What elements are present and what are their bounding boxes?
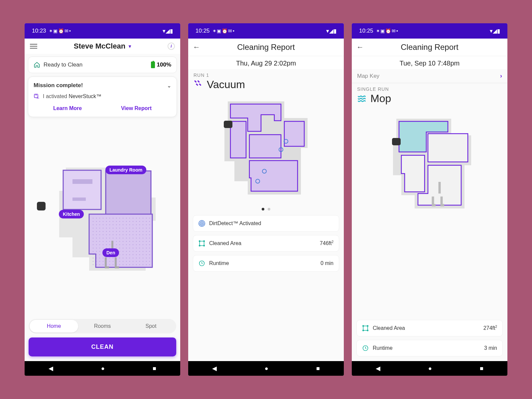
chevron-down-icon: ▾: [129, 44, 131, 49]
status-text: Ready to Clean: [44, 62, 148, 68]
dirtdetect-icon: [199, 220, 205, 227]
status-time: 10:25: [359, 28, 373, 34]
tab-home[interactable]: Home: [30, 320, 78, 332]
svg-point-19: [199, 241, 200, 242]
runtime-value: 3 min: [484, 345, 497, 351]
nav-home-icon[interactable]: ●: [265, 365, 268, 372]
run-number-label: RUN 1: [188, 69, 344, 78]
nav-back-icon[interactable]: ◀: [49, 365, 53, 372]
mission-complete-card[interactable]: Mission complete! ⌄ I activated NeverStu…: [28, 76, 177, 117]
svg-point-28: [363, 330, 364, 331]
battery-icon: [151, 62, 155, 68]
status-net-batt: ▾◢▮: [163, 28, 173, 35]
mop-map-svg: [378, 109, 481, 215]
cleaned-area-value: 274ft2: [483, 325, 497, 331]
status-card: Ready to Clean 100%: [28, 57, 177, 73]
robot-location-icon: [37, 202, 46, 210]
android-nav-bar: ◀ ● ■: [188, 361, 344, 376]
svg-rect-25: [363, 326, 367, 330]
svg-rect-8: [196, 83, 198, 85]
battery-pct: 100%: [157, 62, 171, 68]
dirtdetect-card: DirtDetect™ Activated: [193, 215, 339, 232]
room-tag-laundry[interactable]: Laundry Room: [105, 166, 146, 174]
chevron-right-icon: ›: [500, 72, 502, 79]
svg-point-27: [367, 326, 368, 327]
vacuum-map[interactable]: [188, 93, 344, 204]
view-report-link[interactable]: View Report: [121, 105, 152, 111]
svg-rect-9: [199, 83, 201, 85]
nav-back-icon[interactable]: ◀: [376, 365, 380, 372]
mop-icon: [357, 94, 366, 103]
android-nav-bar: ◀ ● ■: [352, 361, 507, 376]
nav-recents-icon[interactable]: ■: [480, 365, 483, 372]
learn-more-link[interactable]: Learn More: [53, 105, 82, 111]
clean-button[interactable]: CLEAN: [29, 337, 176, 356]
vacuum-map-svg: [214, 95, 318, 201]
mission-title: Mission complete!: [34, 82, 83, 89]
map-key-row[interactable]: Map Key ›: [352, 69, 507, 83]
status-notif-icons: ✶ ▣ ⏰ ✉ •: [49, 28, 70, 34]
page-title: Cleaning Report: [356, 43, 503, 52]
area-icon: [362, 325, 369, 332]
mop-map[interactable]: [352, 107, 507, 218]
nav-recents-icon[interactable]: ■: [153, 365, 156, 372]
nav-home-icon[interactable]: ●: [101, 365, 105, 372]
svg-rect-3: [72, 198, 86, 201]
home-icon: [34, 62, 40, 68]
android-status-bar: 10:23 ✶ ▣ ⏰ ✉ • ▾◢▮: [25, 23, 180, 39]
room-tag-kitchen[interactable]: Kitchen: [59, 210, 84, 218]
status-net-batt: ▾◢▮: [490, 28, 500, 35]
nav-home-icon[interactable]: ●: [428, 365, 432, 372]
svg-rect-2: [72, 179, 92, 184]
cleaned-area-card: Cleaned Area 274ft2: [356, 320, 503, 336]
cleaned-area-label: Cleaned Area: [209, 240, 316, 246]
room-tag-den[interactable]: Den: [102, 248, 119, 257]
mode-tabs: Home Rooms Spot: [29, 319, 176, 333]
svg-point-16: [200, 221, 204, 225]
report-date: Tue, Sep 10 7:48pm: [352, 56, 507, 69]
runtime-label: Runtime: [209, 260, 317, 266]
cleaned-area-label: Cleaned Area: [373, 325, 479, 331]
phone-vacuum-report: 10:25 ✶ ▣ ⏰ ✉ • ▾◢▮ ← Cleaning Report Th…: [188, 23, 344, 376]
robot-name-dropdown[interactable]: Steve McClean ▾: [74, 42, 131, 51]
svg-point-20: [203, 241, 204, 242]
neverstuck-icon: [34, 93, 40, 99]
menu-icon[interactable]: [30, 44, 37, 49]
svg-point-1: [36, 95, 37, 95]
page-title: Cleaning Report: [193, 43, 339, 52]
chevron-down-icon[interactable]: ⌄: [167, 82, 171, 89]
android-status-bar: 10:25 ✶ ▣ ⏰ ✉ • ▾◢▮: [188, 23, 344, 39]
report-header: ← Cleaning Report: [352, 39, 507, 56]
nav-recents-icon[interactable]: ■: [316, 365, 320, 372]
cleaned-area-card: Cleaned Area 746ft2: [193, 235, 339, 252]
tab-spot[interactable]: Spot: [127, 320, 175, 332]
report-date: Thu, Aug 29 2:02pm: [188, 56, 344, 69]
android-nav-bar: ◀ ● ■: [25, 361, 180, 376]
svg-rect-4: [91, 216, 151, 266]
run-type: Mop: [370, 92, 391, 105]
run-type: Vacuum: [207, 78, 245, 91]
status-notif-icons: ✶ ▣ ⏰ ✉ •: [212, 28, 234, 34]
svg-point-15: [201, 223, 203, 224]
runtime-card: Runtime 0 min: [193, 255, 339, 272]
svg-rect-24: [392, 138, 401, 145]
svg-rect-10: [224, 121, 232, 128]
phone-home-screen: 10:23 ✶ ▣ ⏰ ✉ • ▾◢▮ Steve McClean ▾ i Re…: [25, 23, 180, 376]
android-status-bar: 10:25 ✶ ▣ ⏰ ✉ • ▾◢▮: [352, 23, 507, 39]
svg-rect-18: [200, 241, 204, 245]
phone-mop-report: 10:25 ✶ ▣ ⏰ ✉ • ▾◢▮ ← Cleaning Report Tu…: [352, 23, 507, 376]
status-time: 10:23: [32, 28, 46, 34]
floor-map[interactable]: Kitchen Laundry Room Den: [25, 117, 180, 319]
report-header: ← Cleaning Report: [188, 39, 344, 56]
dirtdetect-label: DirtDetect™ Activated: [209, 220, 333, 226]
status-net-batt: ▾◢▮: [326, 28, 336, 35]
runtime-value: 0 min: [321, 260, 333, 266]
nav-back-icon[interactable]: ◀: [212, 365, 217, 372]
tab-rooms[interactable]: Rooms: [78, 320, 127, 332]
status-time: 10:25: [196, 28, 210, 34]
info-button[interactable]: i: [168, 43, 175, 50]
runtime-card: Runtime 3 min: [356, 340, 503, 356]
cleaned-area-value: 746ft2: [320, 240, 333, 246]
svg-rect-7: [197, 80, 200, 82]
svg-rect-6: [194, 80, 197, 82]
